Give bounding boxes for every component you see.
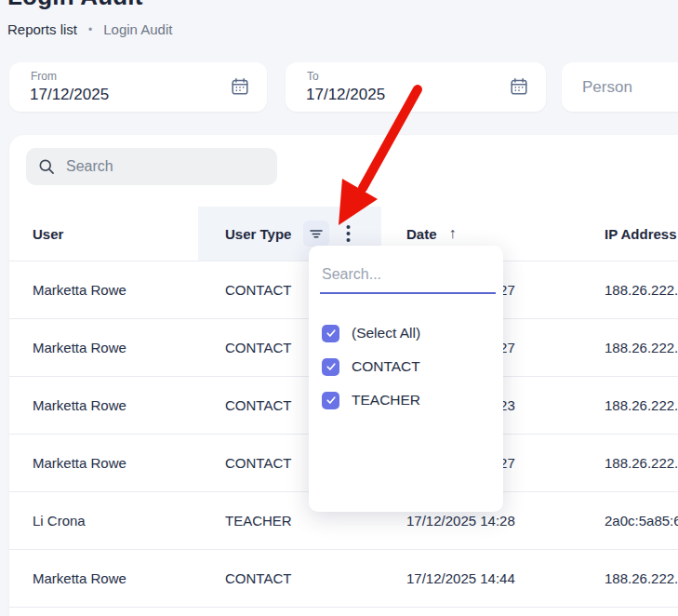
- checkbox-checked-icon[interactable]: [322, 358, 339, 376]
- table-search[interactable]: [26, 148, 277, 185]
- to-date-field[interactable]: To 17/12/2025: [286, 62, 546, 112]
- breadcrumb-separator: •: [88, 23, 92, 36]
- column-header-user[interactable]: User: [33, 207, 63, 261]
- kebab-menu-icon[interactable]: [341, 221, 354, 247]
- breadcrumb: Reports list • Login Audit: [7, 21, 172, 37]
- cell-user: Marketta Rowe: [33, 377, 126, 434]
- sort-ascending-icon[interactable]: ↑: [449, 225, 457, 242]
- column-label: User: [33, 226, 63, 242]
- cell-user-type: TEACHER: [225, 492, 292, 549]
- filter-option-label: TEACHER: [352, 392, 420, 408]
- checkbox-checked-icon[interactable]: [322, 325, 339, 342]
- from-value: 17/12/2025: [30, 86, 109, 104]
- checkbox-checked-icon[interactable]: [322, 392, 339, 409]
- breadcrumb-reports-list[interactable]: Reports list: [7, 21, 77, 37]
- cell-user-type: CONTACT: [225, 319, 291, 376]
- page-title: Login Audit: [7, 0, 143, 11]
- to-label: To: [307, 70, 319, 83]
- cell-user: Marketta Rowe: [33, 319, 126, 376]
- from-label: From: [31, 70, 57, 83]
- cell-user-type: CONTACT: [225, 435, 291, 491]
- user-type-filter-popup: (Select All) CONTACT TEACHER: [309, 246, 503, 512]
- column-header-ip-address[interactable]: IP Address: [605, 207, 677, 261]
- filter-popup-search-input[interactable]: [320, 262, 496, 294]
- cell-ip: 2a0c:5a85:62: [605, 492, 678, 549]
- person-field[interactable]: [562, 62, 678, 112]
- filter-option-label: (Select All): [352, 325, 420, 341]
- cell-user: Marketta Rowe: [33, 261, 126, 318]
- to-value: 17/12/2025: [306, 86, 385, 104]
- filter-option-contact[interactable]: CONTACT: [322, 350, 496, 383]
- cell-date: 17/12/2025 14:44: [406, 550, 515, 607]
- search-input[interactable]: [64, 157, 254, 176]
- filter-options-list: (Select All) CONTACT TEACHER: [322, 316, 496, 417]
- table-row: Marketta Rowe CONTACT 17/12/2025 14:44 1…: [9, 550, 678, 608]
- cell-ip: 188.26.222.74: [605, 550, 678, 607]
- filter-option-label: CONTACT: [352, 358, 420, 375]
- column-label: IP Address: [605, 226, 677, 242]
- search-icon: [37, 157, 56, 176]
- cell-ip: 188.26.222.74: [605, 319, 678, 376]
- filter-option-select-all[interactable]: (Select All): [322, 316, 496, 350]
- calendar-icon[interactable]: [509, 76, 529, 100]
- calendar-icon[interactable]: [230, 76, 250, 100]
- cell-user: Marketta Rowe: [33, 435, 126, 491]
- filter-option-teacher[interactable]: TEACHER: [322, 383, 496, 417]
- cell-ip: 188.26.222.74: [605, 261, 678, 318]
- cell-user: Marketta Rowe: [33, 550, 126, 607]
- column-label: User Type: [225, 226, 291, 242]
- cell-user-type: CONTACT: [225, 377, 291, 434]
- person-input[interactable]: [582, 62, 678, 112]
- cell-user-type: CONTACT: [225, 261, 291, 318]
- cell-user-type: CONTACT: [225, 550, 291, 607]
- cell-user: Li Crona: [33, 492, 86, 549]
- cell-ip: 188.26.222.74: [605, 435, 678, 491]
- breadcrumb-login-audit: Login Audit: [103, 21, 172, 37]
- column-label: Date: [406, 226, 437, 242]
- filter-icon[interactable]: [303, 221, 329, 247]
- from-date-field[interactable]: From 17/12/2025: [9, 62, 267, 112]
- cell-ip: 188.26.222.74: [605, 377, 678, 434]
